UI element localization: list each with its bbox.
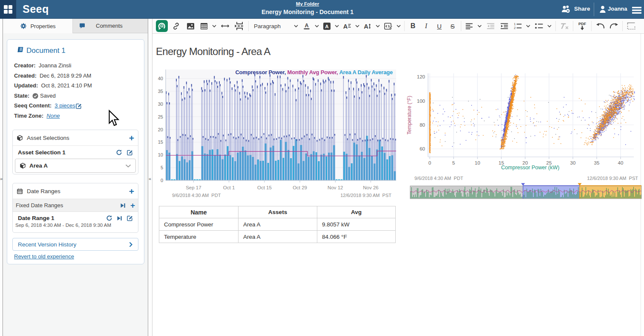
svg-text:0: 0	[161, 178, 163, 183]
svg-text:12/6/2018 9:30 AM PST: 12/6/2018 9:30 AM PST	[340, 193, 391, 198]
svg-text:A: A	[343, 23, 348, 29]
svg-text:Temperature (°F): Temperature (°F)	[406, 96, 412, 135]
svg-text:A: A	[364, 23, 368, 29]
svg-text:30: 30	[570, 160, 576, 165]
svg-text:5: 5	[161, 165, 163, 170]
svg-text:100: 100	[417, 98, 425, 104]
svg-text:Compressor Power, Monthly Avg: Compressor Power, Monthly Avg Power, Are…	[235, 69, 393, 75]
svg-text:2: 2	[514, 26, 515, 29]
svg-text:10: 10	[475, 160, 480, 165]
svg-text:35: 35	[594, 160, 600, 165]
svg-text:30: 30	[158, 101, 163, 107]
svg-text:Nov 26: Nov 26	[363, 185, 378, 190]
svg-text:Oct 15: Oct 15	[257, 185, 272, 190]
svg-text:9/6/2018 4:30 AM PDT: 9/6/2018 4:30 AM PDT	[172, 193, 221, 198]
svg-text:15: 15	[158, 139, 163, 145]
svg-text:120: 120	[417, 74, 425, 79]
svg-text:40: 40	[158, 76, 163, 81]
svg-text:Oct 29: Oct 29	[293, 185, 307, 190]
svg-text:Oct 1: Oct 1	[223, 185, 235, 190]
svg-text:80: 80	[420, 122, 425, 127]
svg-text:A: A	[305, 23, 308, 29]
svg-text:60: 60	[420, 146, 425, 151]
svg-text:1: 1	[514, 23, 515, 26]
svg-text:20: 20	[158, 127, 163, 132]
svg-text:9/6/2018 4:30 AM PDT: 9/6/2018 4:30 AM PDT	[414, 176, 463, 181]
svg-text:Sep 17: Sep 17	[186, 185, 201, 190]
svg-text:0: 0	[428, 160, 431, 165]
svg-text:A: A	[325, 23, 328, 29]
svg-text:10: 10	[158, 152, 163, 157]
svg-text:25: 25	[158, 114, 163, 119]
svg-text:5: 5	[452, 160, 455, 165]
svg-text:40: 40	[618, 160, 624, 165]
svg-text:PDF: PDF	[578, 22, 586, 26]
svg-text:Compressor Power (kW): Compressor Power (kW)	[501, 165, 560, 171]
svg-text:12/6/2018 9:30 AM PST: 12/6/2018 9:30 AM PST	[587, 176, 638, 181]
svg-text:35: 35	[158, 89, 163, 94]
svg-text:Nov 12: Nov 12	[328, 185, 343, 190]
